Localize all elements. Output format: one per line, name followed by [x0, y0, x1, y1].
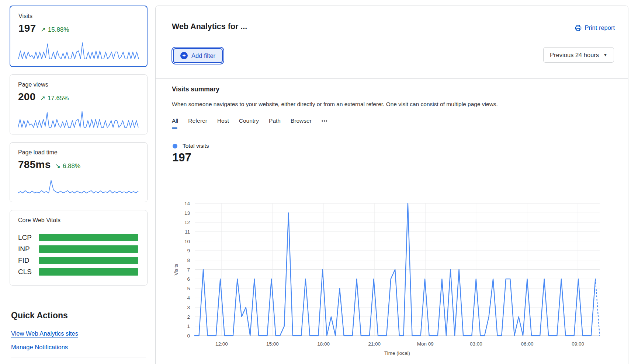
tab-browser[interactable]: Browser: [291, 118, 312, 128]
y-tick-label: 14: [184, 201, 190, 206]
metric-value: 785ms: [18, 159, 51, 171]
tab-all[interactable]: All: [172, 118, 178, 128]
cwv-bar-good: [39, 234, 138, 241]
metric-card-visits-content: Visits 197 ↗ 15.88%: [18, 13, 139, 34]
x-tick-label: 09:00: [572, 341, 584, 347]
metric-card-visits[interactable]: Visits 197 ↗ 15.88%: [10, 6, 148, 67]
metric-card-page-load-time-content: Page load time 785ms ↘ 6.88%: [18, 149, 139, 171]
metric-value: 197: [18, 22, 36, 34]
total-visits-value: 197: [172, 151, 191, 164]
y-tick-label: 6: [187, 276, 190, 282]
tab-host[interactable]: Host: [217, 118, 229, 128]
trend-value: 17.65%: [48, 95, 69, 102]
trend-up-icon: ↗: [41, 26, 46, 34]
y-tick-label: 7: [187, 267, 190, 273]
core-web-vitals-title: Core Web Vitals: [18, 217, 139, 224]
cwv-row-lcp: LCP: [18, 232, 138, 243]
y-tick-label: 9: [187, 248, 190, 253]
page-views-sparkline: [17, 110, 139, 128]
header-divider: [156, 78, 628, 79]
cwv-bar-good: [39, 268, 138, 276]
visits-sparkline: [18, 41, 139, 60]
trend-value: 6.88%: [63, 162, 80, 170]
page-load-sparkline: [17, 178, 139, 196]
y-tick-label: 10: [184, 239, 190, 244]
x-tick-label: Mon 09: [417, 341, 434, 347]
chart-legend: Total visits: [173, 143, 209, 149]
y-tick-label: 4: [187, 295, 190, 301]
y-tick-label: 0: [187, 333, 190, 339]
y-axis-title: Visits: [173, 263, 179, 275]
date-range-dropdown[interactable]: Previous 24 hours ▼: [543, 47, 614, 63]
print-report-button[interactable]: Print report: [575, 24, 615, 31]
legend-label: Total visits: [183, 143, 209, 149]
printer-icon: [575, 25, 582, 31]
legend-dot-icon: [173, 144, 177, 148]
page-title: Web Analytics for ...: [172, 22, 247, 31]
sidebar-divider: [11, 357, 146, 357]
cwv-label: INP: [18, 245, 39, 253]
x-tick-label: 21:00: [368, 341, 381, 347]
core-web-vitals-rows: LCP INP FID CLS: [18, 232, 138, 277]
tab-country[interactable]: Country: [239, 118, 259, 128]
cwv-label: CLS: [18, 268, 39, 276]
cwv-label: LCP: [18, 234, 39, 242]
add-filter-button[interactable]: + Add filter: [173, 48, 223, 63]
metric-trend: ↘ 6.88%: [55, 162, 80, 170]
metric-label: Page load time: [18, 149, 139, 156]
tab-path[interactable]: Path: [269, 118, 281, 128]
visits-summary-title: Visits summary: [172, 85, 219, 93]
trend-value: 15.88%: [48, 26, 69, 34]
cwv-bar-good: [39, 245, 138, 253]
metric-label: Visits: [18, 13, 139, 20]
y-tick-label: 2: [187, 314, 190, 320]
manage-notifications-link[interactable]: Manage Notifications: [11, 344, 68, 351]
x-tick-label: 06:00: [521, 341, 534, 347]
chevron-down-icon: ▼: [603, 53, 607, 57]
y-tick-label: 8: [187, 258, 190, 263]
cwv-bar-good: [39, 257, 138, 264]
cwv-row-cls: CLS: [18, 266, 138, 277]
x-tick-label: 15:00: [266, 341, 279, 347]
x-tick-label: 18:00: [317, 341, 330, 347]
y-tick-label: 1: [187, 323, 190, 329]
y-tick-label: 3: [187, 305, 190, 310]
quick-actions-title: Quick Actions: [11, 311, 68, 321]
y-tick-label: 13: [184, 210, 190, 216]
web-analytics-panel: Web Analytics for ... Print report + Add…: [155, 6, 628, 364]
x-axis-title: Time (local): [384, 350, 410, 356]
view-web-analytics-sites-link[interactable]: View Web Analytics sites: [11, 330, 78, 337]
visits-summary-description: When someone navigates to your website, …: [172, 101, 498, 108]
y-tick-label: 11: [185, 229, 190, 235]
add-filter-label: Add filter: [191, 52, 215, 59]
print-report-label: Print report: [585, 24, 615, 31]
trend-up-icon: ↗: [40, 94, 45, 102]
core-web-vitals-header: Core Web Vitals: [18, 217, 139, 224]
x-tick-label: 03:00: [470, 341, 482, 347]
x-tick-label: 12:00: [215, 341, 228, 347]
cwv-row-inp: INP: [18, 243, 138, 255]
visits-line-chart[interactable]: 0123456789101112131412:0015:0018:0021:00…: [169, 196, 615, 358]
metric-card-page-views-content: Page views 200 ↗ 17.65%: [18, 81, 139, 103]
date-range-value: Previous 24 hours: [550, 52, 599, 59]
metric-trend: ↗ 17.65%: [40, 94, 69, 102]
y-tick-label: 12: [184, 220, 190, 225]
metric-value: 200: [18, 91, 36, 103]
metric-card-page-load-time[interactable]: Page load time 785ms ↘ 6.88%: [10, 142, 148, 202]
cwv-row-fid: FID: [18, 255, 138, 266]
metric-card-page-views[interactable]: Page views 200 ↗ 17.65%: [10, 74, 148, 134]
core-web-vitals-card[interactable]: Core Web Vitals LCP INP FID CLS: [10, 210, 148, 286]
plus-circle-icon: +: [180, 52, 188, 59]
tab-referer[interactable]: Referer: [188, 118, 207, 128]
metric-label: Page views: [18, 81, 139, 88]
tabs-overflow-button[interactable]: •••: [322, 118, 328, 128]
cwv-label: FID: [18, 256, 39, 265]
metric-trend: ↗ 15.88%: [41, 26, 69, 34]
trend-down-icon: ↘: [55, 162, 60, 170]
y-tick-label: 5: [187, 286, 190, 291]
dimension-tabs: AllRefererHostCountryPathBrowser•••: [172, 118, 327, 128]
